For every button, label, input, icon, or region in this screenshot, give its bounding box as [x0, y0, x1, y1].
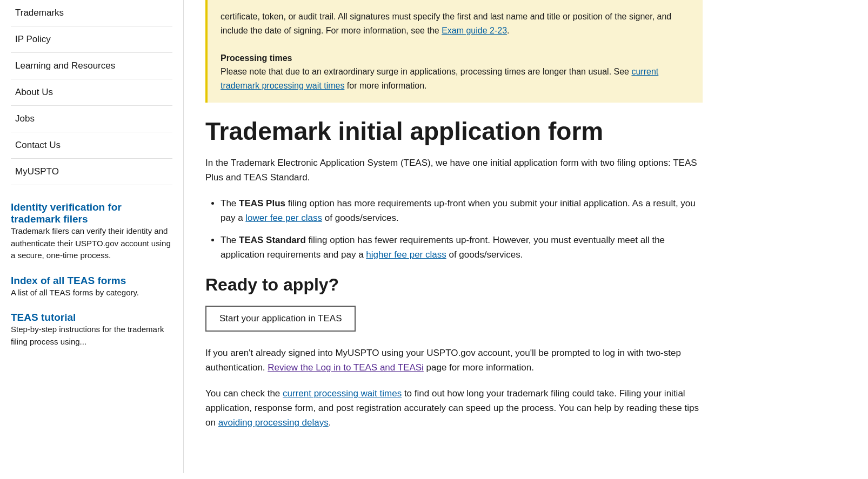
processing-check-prefix: You can check the: [205, 388, 283, 399]
avoiding-suffix: .: [329, 417, 331, 428]
higher-fee-link[interactable]: higher fee per class: [366, 249, 446, 260]
processing-check-paragraph: You can check the current processing wai…: [205, 386, 703, 430]
ready-to-apply-heading: Ready to apply?: [205, 275, 703, 295]
sidebar-item-jobs[interactable]: Jobs: [11, 106, 172, 132]
sidebar-navigation: TrademarksIP PolicyLearning and Resource…: [11, 0, 172, 185]
sidebar-item-ip-policy[interactable]: IP Policy: [11, 26, 172, 53]
teas-plus-item: The TEAS Plus filing option has more req…: [221, 196, 703, 225]
sidebar-section-title-index-teas-forms[interactable]: Index of all TEAS forms: [11, 275, 126, 286]
sidebar-section-identity-verification: Identity verification for trademark file…: [11, 201, 172, 262]
sidebar-sections: Identity verification for trademark file…: [11, 201, 172, 348]
processing-times-label: Processing times: [221, 53, 292, 63]
intro-paragraph: In the Trademark Electronic Application …: [205, 156, 703, 185]
start-application-button[interactable]: Start your application in TEAS: [205, 306, 356, 332]
sidebar-section-index-teas-forms: Index of all TEAS formsA list of all TEA…: [11, 275, 172, 299]
filing-options-list: The TEAS Plus filing option has more req…: [221, 196, 703, 262]
page-title: Trademark initial application form: [205, 118, 703, 145]
notice-box: certificate, token, or audit trail. All …: [205, 0, 703, 103]
login-paragraph: If you aren't already signed into MyUSPT…: [205, 346, 703, 375]
sidebar-section-title-identity-verification[interactable]: Identity verification for trademark file…: [11, 201, 122, 225]
review-login-link[interactable]: Review the Log in to TEAS and TEASi: [268, 362, 424, 373]
sidebar-item-myuspto[interactable]: MyUSPTO: [11, 159, 172, 185]
sidebar-item-trademarks[interactable]: Trademarks: [11, 0, 172, 26]
avoiding-delays-link[interactable]: avoiding processing delays: [218, 417, 329, 428]
teas-standard-item: The TEAS Standard filing option has fewe…: [221, 233, 703, 262]
lower-fee-link[interactable]: lower fee per class: [245, 213, 322, 223]
login-text-suffix: page for more information.: [424, 362, 534, 373]
sidebar-section-desc-teas-tutorial: Step-by-step instructions for the tradem…: [11, 323, 172, 348]
sidebar-item-about-us[interactable]: About Us: [11, 79, 172, 106]
exam-guide-link[interactable]: Exam guide 2-23: [442, 26, 507, 35]
sidebar: TrademarksIP PolicyLearning and Resource…: [0, 0, 184, 473]
teas-standard-bold: TEAS Standard: [239, 235, 306, 245]
current-processing-link[interactable]: current processing wait times: [283, 388, 402, 399]
sidebar-item-contact-us[interactable]: Contact Us: [11, 132, 172, 159]
sidebar-section-desc-identity-verification: Trademark filers can verify their identi…: [11, 225, 172, 262]
main-content: certificate, token, or audit trail. All …: [184, 0, 724, 473]
sidebar-section-teas-tutorial: TEAS tutorialStep-by-step instructions f…: [11, 312, 172, 348]
teas-plus-bold: TEAS Plus: [239, 198, 285, 208]
processing-text: Please note that due to an extraordinary…: [221, 67, 631, 76]
sidebar-section-title-teas-tutorial[interactable]: TEAS tutorial: [11, 312, 76, 323]
sidebar-item-learning-resources[interactable]: Learning and Resources: [11, 53, 172, 79]
sidebar-section-desc-index-teas-forms: A list of all TEAS forms by category.: [11, 287, 172, 299]
